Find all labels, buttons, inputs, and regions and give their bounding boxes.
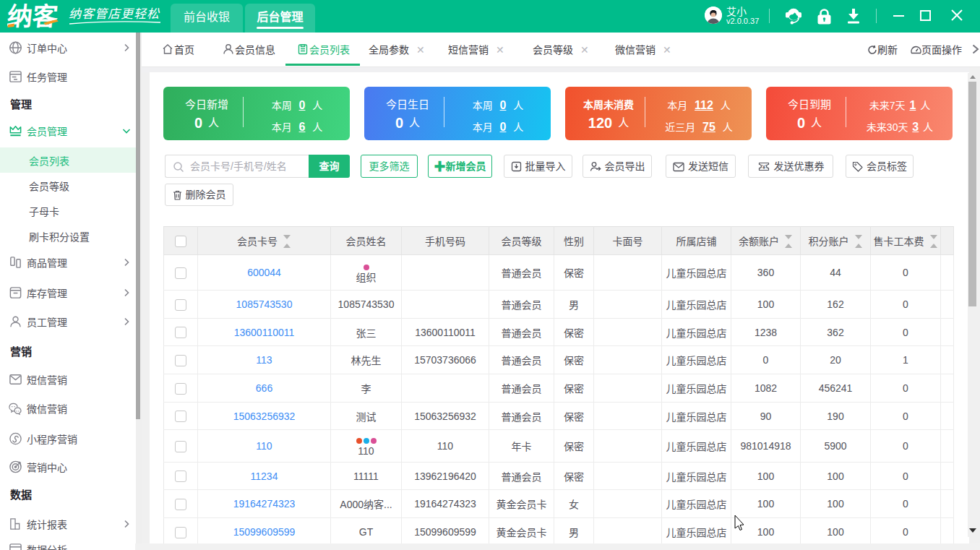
svg-text:¥: ¥ <box>761 163 766 171</box>
svg-text:纳客: 纳客 <box>7 3 60 30</box>
svg-text:纳客管店更轻松: 纳客管店更轻松 <box>69 7 160 21</box>
